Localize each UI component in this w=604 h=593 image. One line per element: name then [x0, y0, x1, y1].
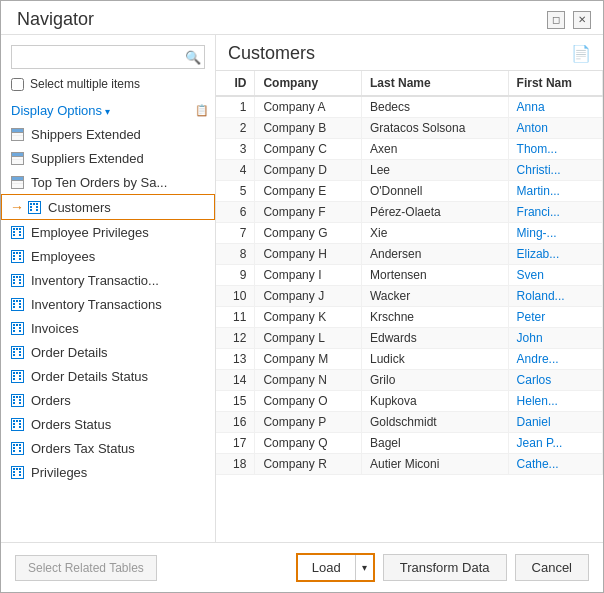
- cell-company: Company B: [255, 118, 362, 139]
- cell-last-name: Gratacos Solsona: [361, 118, 508, 139]
- nav-item-order-details[interactable]: Order Details: [1, 340, 215, 364]
- cancel-button[interactable]: Cancel: [515, 554, 589, 581]
- table-row[interactable]: 12Company LEdwardsJohn: [216, 328, 603, 349]
- right-panel: Customers 📄 IDCompanyLast NameFirst Nam …: [216, 35, 603, 542]
- nav-item-invoices[interactable]: Invoices: [1, 316, 215, 340]
- nav-item-icon-flat: [9, 126, 25, 142]
- nav-item-employees[interactable]: Employees: [1, 244, 215, 268]
- table-row[interactable]: 13Company MLudickAndre...: [216, 349, 603, 370]
- table-row[interactable]: 6Company FPérez-OlaetaFranci...: [216, 202, 603, 223]
- table-row[interactable]: 11Company KKrschnePeter: [216, 307, 603, 328]
- nav-item-suppliers-extended[interactable]: Suppliers Extended: [1, 146, 215, 170]
- nav-item-icon-table: [9, 464, 25, 480]
- table-row[interactable]: 15Company OKupkovaHelen...: [216, 391, 603, 412]
- load-button[interactable]: Load: [298, 555, 356, 580]
- cell-company: Company E: [255, 181, 362, 202]
- cell-first-name: Andre...: [508, 349, 602, 370]
- nav-item-label-customers: Customers: [48, 200, 111, 215]
- nav-item-privileges[interactable]: Privileges: [1, 460, 215, 484]
- nav-item-shippers-extended[interactable]: Shippers Extended: [1, 122, 215, 146]
- cell-id: 4: [216, 160, 255, 181]
- nav-item-inventory-transactions[interactable]: Inventory Transactions: [1, 292, 215, 316]
- search-box: 🔍: [11, 45, 205, 69]
- table-row[interactable]: 14Company NGriloCarlos: [216, 370, 603, 391]
- nav-item-icon-table: [9, 272, 25, 288]
- table-row[interactable]: 17Company QBagelJean P...: [216, 433, 603, 454]
- table-row[interactable]: 5Company EO'DonnellMartin...: [216, 181, 603, 202]
- load-dropdown-arrow[interactable]: ▾: [356, 555, 373, 580]
- cell-last-name: Mortensen: [361, 265, 508, 286]
- cell-company: Company F: [255, 202, 362, 223]
- cell-first-name: John: [508, 328, 602, 349]
- nav-item-orders[interactable]: Orders: [1, 388, 215, 412]
- column-header-last-name: Last Name: [361, 71, 508, 96]
- table-row[interactable]: 18Company RAutier MiconiCathe...: [216, 454, 603, 475]
- cell-company: Company H: [255, 244, 362, 265]
- select-multiple-label: Select multiple items: [30, 77, 140, 91]
- cell-first-name: Elizab...: [508, 244, 602, 265]
- cell-company: Company R: [255, 454, 362, 475]
- data-table-container[interactable]: IDCompanyLast NameFirst Nam 1Company ABe…: [216, 71, 603, 542]
- nav-item-employee-privileges[interactable]: Employee Privileges: [1, 220, 215, 244]
- cell-company: Company G: [255, 223, 362, 244]
- nav-item-inventory-transactions-t[interactable]: Inventory Transactio...: [1, 268, 215, 292]
- table-row[interactable]: 3Company CAxenThom...: [216, 139, 603, 160]
- cell-first-name: Roland...: [508, 286, 602, 307]
- navigator-dialog: Navigator ◻ ✕ 🔍 Select multiple items Di…: [0, 0, 604, 593]
- nav-item-orders-status[interactable]: Orders Status: [1, 412, 215, 436]
- cell-company: Company O: [255, 391, 362, 412]
- cell-first-name: Martin...: [508, 181, 602, 202]
- cell-id: 1: [216, 96, 255, 118]
- cell-id: 6: [216, 202, 255, 223]
- search-input[interactable]: [11, 45, 205, 69]
- table-row[interactable]: 16Company PGoldschmidtDaniel: [216, 412, 603, 433]
- cell-id: 13: [216, 349, 255, 370]
- select-multiple-checkbox[interactable]: [11, 78, 24, 91]
- customers-table: IDCompanyLast NameFirst Nam 1Company ABe…: [216, 71, 603, 475]
- nav-item-label-suppliers-extended: Suppliers Extended: [31, 151, 144, 166]
- select-related-button[interactable]: Select Related Tables: [15, 555, 157, 581]
- load-button-group: Load ▾: [296, 553, 375, 582]
- transform-data-button[interactable]: Transform Data: [383, 554, 507, 581]
- nav-item-label-inventory-transactions: Inventory Transactions: [31, 297, 162, 312]
- export-icon[interactable]: 📄: [571, 44, 591, 63]
- window-controls: ◻ ✕: [547, 11, 591, 29]
- cell-company: Company D: [255, 160, 362, 181]
- close-button[interactable]: ✕: [573, 11, 591, 29]
- nav-item-icon-table: [9, 248, 25, 264]
- display-options-label: Display Options: [11, 103, 110, 118]
- cell-last-name: Bagel: [361, 433, 508, 454]
- cell-last-name: Edwards: [361, 328, 508, 349]
- nav-item-label-orders-tax-status: Orders Tax Status: [31, 441, 135, 456]
- cell-first-name: Jean P...: [508, 433, 602, 454]
- nav-item-icon-flat: [9, 150, 25, 166]
- cell-last-name: Krschne: [361, 307, 508, 328]
- table-row[interactable]: 8Company HAndersenElizab...: [216, 244, 603, 265]
- select-multiple-row[interactable]: Select multiple items: [1, 77, 215, 99]
- cell-id: 7: [216, 223, 255, 244]
- cell-id: 9: [216, 265, 255, 286]
- nav-item-label-orders-status: Orders Status: [31, 417, 111, 432]
- nav-item-orders-tax-status[interactable]: Orders Tax Status: [1, 436, 215, 460]
- nav-item-customers[interactable]: →Customers: [1, 194, 215, 220]
- restore-button[interactable]: ◻: [547, 11, 565, 29]
- table-row[interactable]: 10Company JWackerRoland...: [216, 286, 603, 307]
- table-row[interactable]: 2Company BGratacos SolsonaAnton: [216, 118, 603, 139]
- display-options-row[interactable]: Display Options 📋: [1, 99, 215, 122]
- cell-last-name: Axen: [361, 139, 508, 160]
- search-icon[interactable]: 🔍: [185, 50, 201, 65]
- footer-left: Select Related Tables: [15, 555, 157, 581]
- table-row[interactable]: 1Company ABedecsAnna: [216, 96, 603, 118]
- cell-first-name: Daniel: [508, 412, 602, 433]
- table-row[interactable]: 4Company DLeeChristi...: [216, 160, 603, 181]
- display-options-icon: 📋: [195, 104, 209, 117]
- dialog-title: Navigator: [17, 9, 94, 30]
- nav-item-order-details-status[interactable]: Order Details Status: [1, 364, 215, 388]
- cell-id: 3: [216, 139, 255, 160]
- cell-first-name: Peter: [508, 307, 602, 328]
- cell-first-name: Anna: [508, 96, 602, 118]
- nav-item-top-ten-orders[interactable]: Top Ten Orders by Sa...: [1, 170, 215, 194]
- cell-id: 14: [216, 370, 255, 391]
- table-row[interactable]: 7Company GXieMing-...: [216, 223, 603, 244]
- table-row[interactable]: 9Company IMortensenSven: [216, 265, 603, 286]
